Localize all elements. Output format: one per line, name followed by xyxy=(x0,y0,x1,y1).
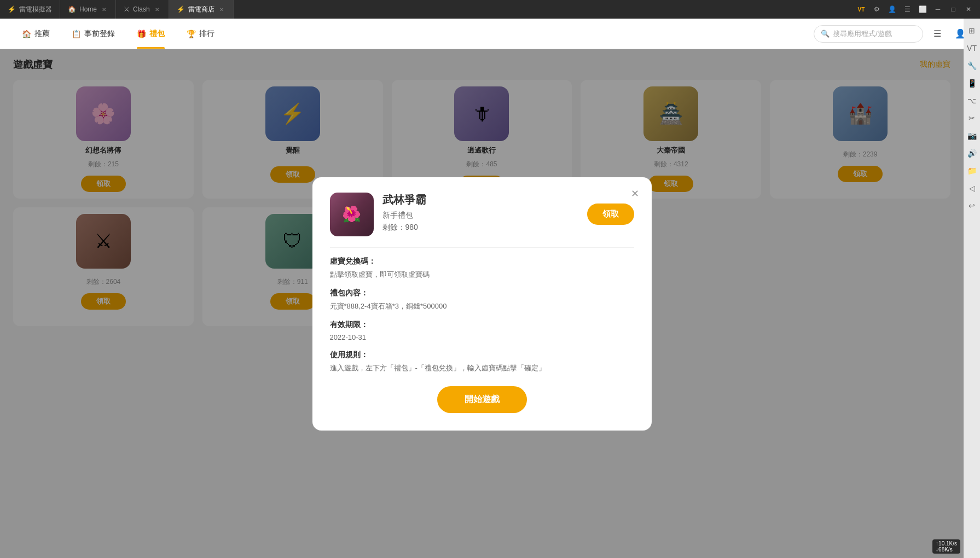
vt-download-speed: ↓68K/s xyxy=(936,547,957,553)
maximize-button[interactable]: □ xyxy=(946,4,960,15)
sidebar-icon-10[interactable]: ◁ xyxy=(965,182,978,195)
restore-button[interactable]: ⬜ xyxy=(915,4,930,15)
search-placeholder: 搜尋應用程式/遊戲 xyxy=(833,29,892,39)
nav-recommend-label: 推薦 xyxy=(34,29,50,39)
sidebar-icon-11[interactable]: ↩ xyxy=(965,199,978,212)
modal-package-label: 新手禮包 xyxy=(382,211,578,220)
brand-label: 雷電模擬器 xyxy=(19,5,52,14)
gift-icon: 🎁 xyxy=(137,30,146,38)
rank-icon: 🏆 xyxy=(187,30,196,38)
shop-icon: ⚡ xyxy=(177,5,185,13)
nav-preregister[interactable]: 📋 事前登錄 xyxy=(61,19,126,49)
preregister-icon: 📋 xyxy=(72,30,81,38)
nav-recommend[interactable]: 🏠 推薦 xyxy=(11,19,61,49)
content-section-label: 禮包內容： xyxy=(330,288,634,298)
sidebar-icon-8[interactable]: 🔊 xyxy=(965,147,978,160)
nav-rank[interactable]: 🏆 排行 xyxy=(176,19,225,49)
titlebar-left: ⚡ 雷電模擬器 🏠 Home ✕ ⚔ Clash ✕ ⚡ 雷電商店 ✕ xyxy=(0,0,234,19)
modal-rules-section: 使用規則： 進入遊戲，左下方「禮包」-「禮包兌換」，輸入虛寶碼點擊「確定」 xyxy=(330,350,634,373)
search-icon: 🔍 xyxy=(821,30,830,38)
validity-section-label: 有效期限： xyxy=(330,320,634,330)
nav-rank-label: 排行 xyxy=(199,29,214,39)
modal-close-button[interactable]: ✕ xyxy=(628,186,643,201)
tab-shop[interactable]: ⚡ 雷電商店 ✕ xyxy=(169,0,234,19)
validity-section-value: 2022-10-31 xyxy=(330,333,634,341)
user-button[interactable]: 👤 xyxy=(885,4,899,15)
close-button[interactable]: ✕ xyxy=(961,4,976,15)
tab-shop-label: 雷電商店 xyxy=(188,5,214,14)
modal-divider xyxy=(330,247,634,248)
modal-code-section: 虛寶兌換碼： 點擊領取虛寶，即可領取虛寶碼 xyxy=(330,257,634,280)
tab-clash[interactable]: ⚔ Clash ✕ xyxy=(116,0,169,19)
modal-start-button[interactable]: 開始遊戲 xyxy=(437,386,527,413)
settings-button[interactable]: ⚙ xyxy=(869,4,884,15)
modal-header: 🌺 武林爭霸 新手禮包 剩餘：980 領取 xyxy=(330,193,634,236)
sidebar-icon-4[interactable]: 📱 xyxy=(965,77,978,90)
vt-button[interactable]: VT xyxy=(854,4,868,15)
top-navigation: 🏠 推薦 📋 事前登錄 🎁 禮包 🏆 排行 🔍 搜尋應用程式/遊戲 ☰ 👤 xyxy=(0,19,980,49)
nav-menu-icon[interactable]: ☰ xyxy=(929,25,946,43)
brand-icon: ⚡ xyxy=(8,5,16,13)
sidebar-icon-2[interactable]: VT xyxy=(965,42,978,55)
clash-icon: ⚔ xyxy=(124,5,130,13)
code-section-value: 點擊領取虛寶，即可領取虛寶碼 xyxy=(330,270,634,280)
rules-section-value: 進入遊戲，左下方「禮包」-「禮包兌換」，輸入虛寶碼點擊「確定」 xyxy=(330,363,634,373)
titlebar: ⚡ 雷電模擬器 🏠 Home ✕ ⚔ Clash ✕ ⚡ 雷電商店 ✕ VT ⚙… xyxy=(0,0,980,19)
right-sidebar: ⊞ VT 🔧 📱 ⌥ ✂ 📷 🔊 📁 ◁ ↩ xyxy=(964,19,980,558)
vt-upload-speed: ↑10.1K/s xyxy=(936,540,957,547)
tab-clash-label: Clash xyxy=(133,5,150,13)
modal-game-title: 武林爭霸 xyxy=(382,193,578,207)
rules-section-label: 使用規則： xyxy=(330,350,634,360)
main-content: 遊戲虛寶 我的虛寶 🌸 幻想名將傳 剩餘：215 領取 ⚡ 覺醒 領取 🗡 xyxy=(0,49,964,558)
home-icon: 🏠 xyxy=(68,5,76,13)
modal-footer: 開始遊戲 xyxy=(330,386,634,413)
modal-remain-label: 剩餘：980 xyxy=(382,223,578,233)
recommend-icon: 🏠 xyxy=(22,30,31,38)
sidebar-icon-5[interactable]: ⌥ xyxy=(965,94,978,107)
content-section-value: 元寶*888,2-4寶石箱*3，銅錢*500000 xyxy=(330,301,634,311)
modal-game-thumbnail: 🌺 xyxy=(330,193,374,236)
menu-button[interactable]: ☰ xyxy=(900,4,914,15)
search-area: 🔍 搜尋應用程式/遊戲 ☰ 👤 xyxy=(814,25,969,43)
window-controls: VT ⚙ 👤 ☰ ⬜ ─ □ ✕ xyxy=(854,4,980,15)
tab-clash-close[interactable]: ✕ xyxy=(153,5,161,13)
tab-home-close[interactable]: ✕ xyxy=(100,5,108,13)
sidebar-icon-6[interactable]: ✂ xyxy=(965,112,978,125)
sidebar-icon-9[interactable]: 📁 xyxy=(965,164,978,177)
minimize-button[interactable]: ─ xyxy=(931,4,945,15)
modal-game-info: 武林爭霸 新手禮包 剩餘：980 xyxy=(382,193,578,233)
search-box[interactable]: 🔍 搜尋應用程式/遊戲 xyxy=(814,25,923,43)
nav-preregister-label: 事前登錄 xyxy=(84,29,115,39)
modal-validity-section: 有效期限： 2022-10-31 xyxy=(330,320,634,341)
modal-claim-button[interactable]: 領取 xyxy=(587,204,634,225)
tab-home-label: Home xyxy=(79,5,97,13)
sidebar-icon-1[interactable]: ⊞ xyxy=(965,24,978,37)
tab-shop-close[interactable]: ✕ xyxy=(218,5,225,13)
code-section-label: 虛寶兌換碼： xyxy=(330,257,634,266)
tab-home[interactable]: 🏠 Home ✕ xyxy=(60,0,116,19)
modal-game-image: 🌺 xyxy=(330,193,374,236)
brand-tab: ⚡ 雷電模擬器 xyxy=(0,0,60,19)
modal-overlay: ✕ 🌺 武林爭霸 新手禮包 剩餘：980 領取 虛寶兌換碼： 點擊領取虛寶，即可… xyxy=(0,49,964,558)
sidebar-icon-3[interactable]: 🔧 xyxy=(965,59,978,72)
sidebar-icon-7[interactable]: 📷 xyxy=(965,129,978,142)
vt-speed-badge: ↑10.1K/s ↓68K/s xyxy=(932,539,960,554)
gift-modal: ✕ 🌺 武林爭霸 新手禮包 剩餘：980 領取 虛寶兌換碼： 點擊領取虛寶，即可… xyxy=(312,177,652,431)
modal-content-section: 禮包內容： 元寶*888,2-4寶石箱*3，銅錢*500000 xyxy=(330,288,634,311)
nav-gift[interactable]: 🎁 禮包 xyxy=(126,19,176,49)
nav-gift-label: 禮包 xyxy=(149,29,165,39)
